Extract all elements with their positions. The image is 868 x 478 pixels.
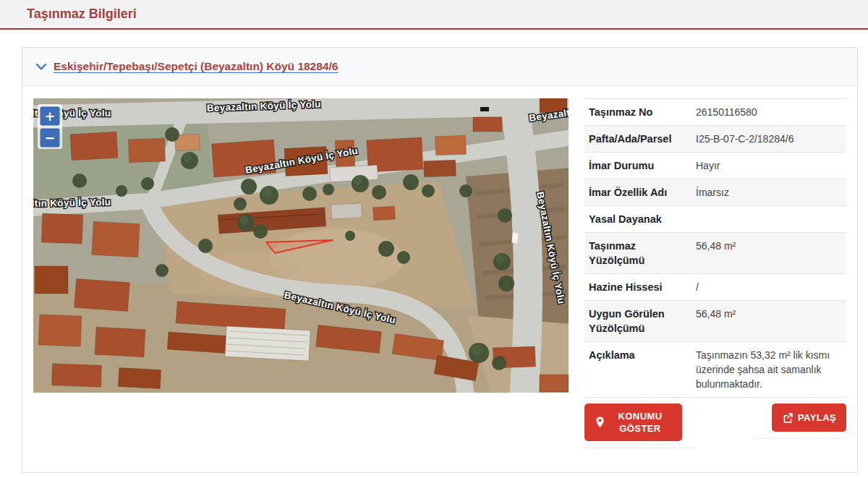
actions-row: KONUMU GÖSTER PAYLAŞ bbox=[584, 404, 846, 448]
row-label: Taşınmaz No bbox=[589, 105, 696, 119]
location-pin-icon bbox=[595, 417, 605, 428]
accordion-header[interactable]: Eskişehir/Tepebaşı/Sepetçi (Beyazaltın) … bbox=[22, 48, 857, 86]
table-row: Pafta/Ada/Parsel I25-B-07-C-2/18284/6 bbox=[584, 126, 846, 153]
detail-table: Taşınmaz No 26150116580 Pafta/Ada/Parsel… bbox=[584, 98, 846, 398]
row-value: I25-B-07-C-2/18284/6 bbox=[696, 132, 842, 146]
satellite-map-canvas: altın Köyü İç Yolu Beyazaltın Köyü İç Yo… bbox=[33, 98, 569, 393]
location-action-cell: KONUMU GÖSTER bbox=[584, 404, 694, 448]
row-label: İmar Özellik Adı bbox=[589, 185, 696, 200]
row-label: Uygun Görülen Yüzölçümü bbox=[589, 307, 696, 336]
property-card: Eskişehir/Tepebaşı/Sepetçi (Beyazaltın) … bbox=[22, 47, 858, 473]
row-value: 26150116580 bbox=[696, 105, 842, 119]
share-button[interactable]: PAYLAŞ bbox=[772, 404, 846, 432]
zoom-out-icon: − bbox=[44, 130, 55, 145]
table-row: Uygun Görülen Yüzölçümü 56,48 m² bbox=[584, 301, 846, 342]
row-label: İmar Durumu bbox=[589, 158, 696, 173]
row-value: / bbox=[696, 280, 842, 294]
table-row: Yasal Dayanak bbox=[584, 206, 846, 233]
row-value: Taşınmazın 53,32 m² lik kısmı üzerinde ş… bbox=[696, 348, 842, 391]
row-value: 56,48 m² bbox=[696, 307, 842, 336]
row-value: İmarsız bbox=[696, 185, 842, 200]
share-icon bbox=[782, 412, 793, 424]
page-title: Taşınmaz Bilgileri bbox=[27, 7, 868, 22]
table-row: İmar Özellik Adı İmarsız bbox=[584, 179, 846, 206]
table-row: İmar Durumu Hayır bbox=[584, 153, 846, 179]
table-row: Hazine Hissesi / bbox=[584, 274, 846, 301]
show-location-button[interactable]: KONUMU GÖSTER bbox=[584, 404, 682, 441]
parcel-title-link[interactable]: Eskişehir/Tepebaşı/Sepetçi (Beyazaltın) … bbox=[54, 60, 338, 73]
satellite-map[interactable]: altın Köyü İç Yolu Beyazaltın Köyü İç Yo… bbox=[33, 98, 569, 393]
road-label: altın Köyü İç Yolu bbox=[33, 197, 111, 209]
row-label: Taşınmaz Yüzölçümü bbox=[589, 239, 696, 268]
show-location-label: KONUMU GÖSTER bbox=[609, 410, 671, 435]
table-row: Taşınmaz Yüzölçümü 56,48 m² bbox=[584, 233, 846, 274]
property-details: Taşınmaz No 26150116580 Pafta/Ada/Parsel… bbox=[584, 98, 846, 448]
share-action-cell: PAYLAŞ bbox=[754, 404, 846, 439]
table-row: Açıklama Taşınmazın 53,32 m² lik kısmı ü… bbox=[584, 342, 846, 398]
row-value: Hayır bbox=[696, 158, 842, 173]
row-value bbox=[696, 212, 842, 226]
row-label: Açıklama bbox=[589, 348, 696, 391]
share-label: PAYLAŞ bbox=[798, 412, 836, 423]
zoom-in-button[interactable]: + bbox=[40, 106, 60, 126]
table-row: Taşınmaz No 26150116580 bbox=[584, 99, 846, 126]
zoom-in-icon: + bbox=[44, 108, 55, 124]
page-header: Taşınmaz Bilgileri bbox=[0, 0, 868, 30]
row-label: Hazine Hissesi bbox=[589, 280, 696, 294]
card-body: altın Köyü İç Yolu Beyazaltın Köyü İç Yo… bbox=[22, 86, 857, 461]
row-label: Yasal Dayanak bbox=[589, 212, 696, 226]
row-value: 56,48 m² bbox=[696, 239, 842, 268]
map-zoom-control: + − bbox=[38, 104, 62, 149]
zoom-out-button[interactable]: − bbox=[40, 128, 60, 148]
row-label: Pafta/Ada/Parsel bbox=[589, 132, 696, 146]
chevron-down-icon[interactable] bbox=[35, 62, 47, 71]
